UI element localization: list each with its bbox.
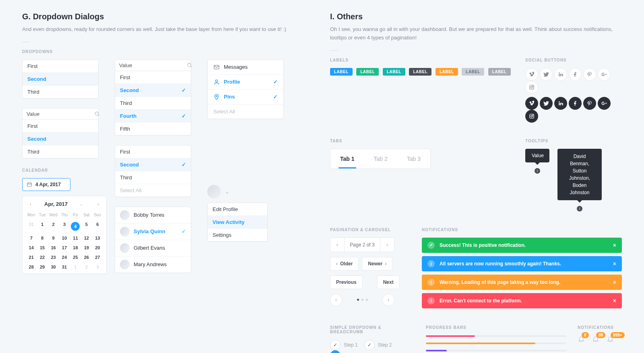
dropdown-option[interactable]: Third <box>23 86 98 98</box>
tag[interactable]: LABEL <box>462 68 484 76</box>
tag[interactable]: LABEL <box>383 68 405 76</box>
tag[interactable]: LABEL <box>409 68 431 76</box>
pinterest-icon[interactable] <box>583 97 596 110</box>
calendar-day[interactable]: 2 <box>48 220 59 233</box>
calendar-day[interactable]: 28 <box>26 262 37 272</box>
dropdown-selectall[interactable]: First Second✓ Third Select All <box>115 145 191 197</box>
calendar-day[interactable]: 31 <box>26 220 37 233</box>
pager-previous[interactable]: Previous <box>330 275 363 289</box>
instagram-icon[interactable] <box>525 110 538 123</box>
close-icon[interactable]: × <box>613 298 616 304</box>
twitter-icon[interactable] <box>540 97 553 110</box>
facebook-icon[interactable] <box>569 68 582 81</box>
step[interactable]: ✓Step 1 <box>330 340 358 350</box>
dropdown-option[interactable]: Fifth <box>115 123 191 135</box>
dropdown-iconmenu[interactable]: MessagesProfile✓Pins✓Select All <box>207 60 284 119</box>
linkedin-icon[interactable] <box>554 68 567 81</box>
calendar-next[interactable]: › <box>95 201 101 207</box>
calendar-day[interactable]: 29 <box>37 262 47 272</box>
vimeo-icon[interactable] <box>525 68 538 81</box>
calendar-day[interactable]: 22 <box>37 252 47 262</box>
dropdown-option[interactable]: First <box>115 71 191 84</box>
calendar-day[interactable]: 4 <box>70 220 81 233</box>
dropdown-option[interactable]: Fourth✓ <box>115 110 191 123</box>
date-input[interactable]: 4 Apr, 2017 <box>22 178 70 191</box>
calendar-day[interactable]: 12 <box>81 233 92 243</box>
calendar[interactable]: ‹ Apr, 2017 ⌄ › MonTueWedThuFriSatSun311… <box>22 196 107 274</box>
dropdown-search-input[interactable] <box>119 62 187 68</box>
calendar-day[interactable]: 1 <box>37 220 47 233</box>
calendar-day[interactable]: 30 <box>48 262 59 272</box>
dropdown-option[interactable]: Third <box>23 146 98 158</box>
pager-next[interactable]: › <box>380 238 394 252</box>
menu-selectall[interactable]: Select All <box>208 105 283 119</box>
dropdown-option[interactable]: Second <box>23 133 98 146</box>
dropdown-option[interactable]: First <box>23 60 98 73</box>
menu-item[interactable]: Edit Profile <box>208 203 267 216</box>
dropdown-option[interactable]: Second✓ <box>115 84 191 97</box>
tag[interactable]: LABEL <box>356 68 379 76</box>
dropdown-with-search[interactable]: First Second Third <box>22 108 99 158</box>
calendar-day[interactable]: 8 <box>37 233 47 243</box>
calendar-day[interactable]: 17 <box>59 243 70 252</box>
dropdown-option[interactable]: Third <box>115 97 191 110</box>
menu-item[interactable]: Pins✓ <box>208 90 283 105</box>
vimeo-icon[interactable] <box>525 97 538 110</box>
menu-item[interactable]: Messages <box>208 60 283 75</box>
calendar-day[interactable]: 3 <box>92 262 103 272</box>
carousel-dots[interactable] <box>357 299 368 301</box>
menu-item[interactable]: Profile✓ <box>208 75 283 90</box>
close-icon[interactable]: × <box>613 242 616 248</box>
dropdown-selectall-option[interactable]: Select All <box>115 184 191 197</box>
calendar-day[interactable]: 10 <box>59 233 70 243</box>
dropdown-people[interactable]: Bobby TorresSylvia Quinn✓Gilbert EvansMa… <box>115 207 191 273</box>
person-option[interactable]: Gilbert Evans <box>115 240 191 257</box>
person-option[interactable]: Mary Andrews <box>115 257 191 273</box>
calendar-day[interactable]: 18 <box>70 243 81 252</box>
close-icon[interactable]: × <box>613 261 616 267</box>
chevron-down-icon[interactable]: ⌄ <box>78 202 85 206</box>
pager-newer[interactable]: Newer› <box>362 257 392 271</box>
pager-prev[interactable]: ‹ <box>330 238 344 252</box>
notification-bell[interactable]: 89 <box>592 335 599 343</box>
profile-menu[interactable]: Edit Profile View Activity Settings <box>207 203 268 242</box>
calendar-day[interactable]: 9 <box>48 233 59 243</box>
facebook-icon[interactable] <box>569 97 582 110</box>
calendar-day[interactable]: 27 <box>92 252 103 262</box>
dropdown-option[interactable]: Second✓ <box>115 158 191 171</box>
calendar-day[interactable]: 13 <box>92 233 103 243</box>
calendar-day[interactable]: 1 <box>70 262 81 272</box>
gplus-icon[interactable] <box>598 68 611 81</box>
step[interactable]: ✓Step 2 <box>364 340 392 350</box>
dropdown-scroll[interactable]: FirstSecond✓ThirdFourth✓Fifth <box>115 60 191 135</box>
notification-bell[interactable]: 8 <box>578 335 585 343</box>
person-option[interactable]: Bobby Torres <box>115 207 191 224</box>
calendar-day[interactable]: 31 <box>59 262 70 272</box>
calendar-day[interactable]: 3 <box>59 220 70 233</box>
info-pin-icon[interactable]: i <box>535 168 540 174</box>
tag[interactable]: LABEL <box>436 68 458 76</box>
calendar-day[interactable]: 5 <box>81 220 92 233</box>
tag[interactable]: LABEL <box>488 68 511 76</box>
calendar-day[interactable]: 14 <box>26 243 37 252</box>
calendar-day[interactable]: 20 <box>92 243 103 252</box>
dropdown-option[interactable]: Third <box>115 171 191 184</box>
calendar-day[interactable]: 24 <box>59 252 70 262</box>
menu-item[interactable]: View Activity <box>208 216 267 229</box>
calendar-day[interactable]: 11 <box>70 233 81 243</box>
calendar-prev[interactable]: ‹ <box>27 201 34 207</box>
dropdown-simple[interactable]: First Second Third <box>22 60 99 99</box>
calendar-day[interactable]: 6 <box>92 220 103 233</box>
tab[interactable]: Tab 1 <box>330 149 364 168</box>
calendar-day[interactable]: 26 <box>81 252 92 262</box>
avatar-trigger[interactable]: ⌄ <box>207 185 284 199</box>
carousel-next[interactable]: › <box>382 294 394 306</box>
dropdown-search-input[interactable] <box>27 111 94 117</box>
calendar-day[interactable]: 23 <box>48 252 59 262</box>
calendar-day[interactable]: 19 <box>81 243 92 252</box>
dropdown-option[interactable]: First <box>115 146 191 158</box>
pager-next-text[interactable]: Next <box>377 275 400 289</box>
carousel-prev[interactable]: ‹ <box>330 294 342 306</box>
dropdown-option[interactable]: Second <box>23 73 98 86</box>
calendar-day[interactable]: 15 <box>37 243 47 252</box>
